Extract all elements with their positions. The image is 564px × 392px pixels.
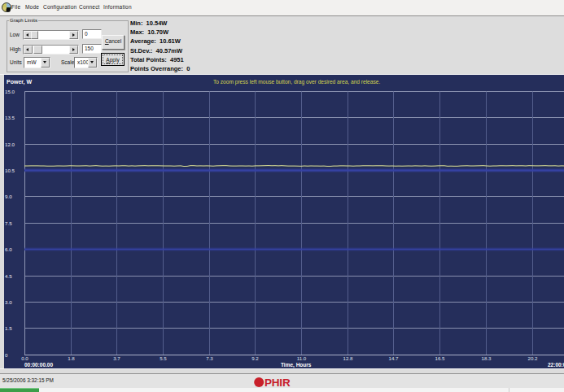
svg-text:0.0: 0.0 [21, 355, 28, 361]
svg-text:4.5: 4.5 [5, 273, 12, 279]
svg-text:7.5: 7.5 [5, 220, 12, 226]
svg-text:1.5: 1.5 [5, 325, 12, 331]
svg-text:1.8: 1.8 [68, 355, 75, 361]
svg-text:22:00:00.0: 22:00:00.0 [548, 362, 564, 368]
svg-text:11.0: 11.0 [297, 355, 307, 361]
svg-text:20.2: 20.2 [527, 355, 538, 361]
svg-text:10.5: 10.5 [5, 168, 15, 173]
svg-text:0: 0 [5, 352, 8, 358]
svg-text:9.0: 9.0 [5, 194, 12, 199]
svg-text:12.8: 12.8 [343, 355, 353, 361]
svg-text:13.5: 13.5 [5, 115, 15, 120]
svg-text:To zoom press left mouse butto: To zoom press left mouse button, drag ov… [213, 79, 380, 85]
svg-text:Time, Hours: Time, Hours [281, 362, 312, 368]
svg-text:PHIR: PHIR [265, 377, 291, 388]
svg-text:5.5: 5.5 [160, 355, 167, 361]
svg-text:15.0: 15.0 [5, 89, 15, 94]
svg-text:Power, W: Power, W [7, 79, 33, 85]
svg-text:7.3: 7.3 [206, 355, 213, 361]
svg-text:16.5: 16.5 [435, 355, 445, 361]
svg-text:14.7: 14.7 [388, 355, 399, 361]
svg-text:18.3: 18.3 [481, 355, 492, 361]
svg-text:3.7: 3.7 [113, 355, 120, 361]
svg-text:00:00:00.00: 00:00:00.00 [24, 362, 53, 368]
svg-text:6.0: 6.0 [5, 246, 12, 252]
svg-text:3.0: 3.0 [5, 299, 12, 305]
svg-text:9.2: 9.2 [251, 355, 259, 361]
svg-text:12.0: 12.0 [5, 142, 15, 147]
